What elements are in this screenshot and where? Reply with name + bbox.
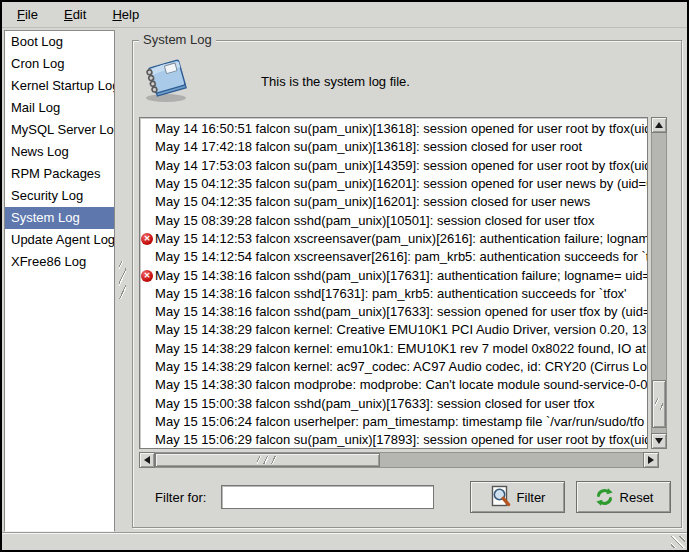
scroll-down-button[interactable] [651,433,667,449]
vertical-scrollbar-track[interactable] [651,133,667,433]
scroll-right-button[interactable] [643,452,659,468]
reset-button-label: Reset [620,490,654,505]
thumb-grip-icon [257,456,277,464]
log-row-text: May 15 14:12:54 falcon xscreensaver[2616… [155,248,647,266]
notebook-icon [141,57,191,105]
log-row[interactable]: May 15 14:38:30 falcon modprobe: modprob… [140,376,647,394]
sidebar-item[interactable]: System Log [5,207,114,229]
log-row[interactable]: May 15 15:06:29 falcon su(pam_unix)[1789… [140,431,647,449]
status-bar [2,532,687,550]
menu-item[interactable]: Help [103,4,148,25]
window-body: Boot LogCron LogKernel Startup LogMail L… [2,28,687,532]
main-panel: System Log [130,28,687,532]
arrow-right-icon [648,456,654,464]
menu-item[interactable]: File [8,4,47,25]
log-row-text: May 14 17:42:18 falcon su(pam_unix)[1361… [155,138,582,156]
horizontal-scrollbar-track[interactable] [155,452,643,468]
reset-icon [594,487,615,507]
log-row-text: May 15 14:38:16 falcon sshd[17631]: pam_… [155,285,627,303]
log-row-text: May 15 14:12:53 falcon xscreensaver(pam_… [155,230,647,248]
horizontal-scrollbar-thumb[interactable] [155,453,379,467]
filter-row: Filter for: Filter [155,481,671,513]
scroll-up-button[interactable] [651,117,667,133]
vertical-scrollbar[interactable] [651,117,667,449]
sidebar-item[interactable]: Boot Log [5,31,114,53]
log-row[interactable]: May 15 14:38:29 falcon kernel: Creative … [140,321,647,339]
log-row[interactable]: May 15 14:38:16 falcon sshd(pam_unix)[17… [140,303,647,321]
log-row[interactable]: May 14 17:53:03 falcon su(pam_unix)[1435… [140,157,647,175]
log-row-text: May 15 14:38:30 falcon modprobe: modprob… [155,376,647,394]
log-row-text: May 15 14:38:29 falcon kernel: emu10k1: … [155,340,646,358]
log-row[interactable]: May 15 14:38:16 falcon sshd[17631]: pam_… [140,285,647,303]
system-log-frame: System Log [132,40,682,528]
log-row[interactable]: May 15 08:39:28 falcon sshd(pam_unix)[10… [140,211,647,229]
log-row-text: May 15 14:38:29 falcon kernel: ac97_code… [155,358,647,376]
log-row[interactable]: May 15 14:12:53 falcon xscreensaver(pam_… [140,230,647,248]
splitter-grip-icon [119,261,126,299]
log-description: This is the system log file. [261,74,410,89]
log-row-text: May 14 17:53:03 falcon su(pam_unix)[1435… [155,157,647,175]
log-row-text: May 15 15:06:24 falcon userhelper: pam_t… [155,413,644,431]
resize-grip-icon[interactable] [671,536,685,548]
log-row[interactable]: May 15 14:38:16 falcon sshd(pam_unix)[17… [140,266,647,284]
log-row-text: May 15 04:12:35 falcon su(pam_unix)[1620… [155,175,647,193]
log-type-list: Boot LogCron LogKernel Startup LogMail L… [4,30,115,532]
pane-splitter[interactable] [115,28,131,532]
log-row[interactable]: May 15 04:12:35 falcon su(pam_unix)[1620… [140,193,647,211]
error-icon [141,270,153,282]
menu-bar: File Edit Help [2,2,687,28]
log-row-text: May 15 14:38:29 falcon kernel: Creative … [155,321,647,339]
log-row-text: May 15 15:06:29 falcon su(pam_unix)[1789… [155,431,647,449]
log-list-area: May 14 16:50:51 falcon su(pam_unix)[1361… [139,117,667,449]
arrow-up-icon [655,122,663,128]
log-row[interactable]: May 15 15:06:24 falcon userhelper: pam_t… [140,413,647,431]
log-row-text: May 14 16:50:51 falcon su(pam_unix)[1361… [155,120,647,138]
search-icon [490,485,512,509]
log-row[interactable]: May 15 04:12:35 falcon su(pam_unix)[1620… [140,175,647,193]
log-row[interactable]: May 14 17:42:18 falcon su(pam_unix)[1361… [140,138,647,156]
scroll-left-button[interactable] [139,452,155,468]
arrow-down-icon [655,438,663,444]
sidebar-item[interactable]: RPM Packages [5,163,114,185]
sidebar-item[interactable]: XFree86 Log [5,251,114,273]
reset-button[interactable]: Reset [576,481,671,513]
log-row[interactable]: May 15 15:00:38 falcon sshd(pam_unix)[17… [140,394,647,412]
log-row[interactable]: May 15 14:38:29 falcon kernel: emu10k1: … [140,340,647,358]
sidebar-item[interactable]: Mail Log [5,97,114,119]
log-row-text: May 15 14:38:16 falcon sshd(pam_unix)[17… [155,303,647,321]
sidebar-item[interactable]: Security Log [5,185,114,207]
thumb-grip-icon [655,398,663,410]
arrow-left-icon [144,456,150,464]
sidebar-item[interactable]: News Log [5,141,114,163]
log-entries-list[interactable]: May 14 16:50:51 falcon su(pam_unix)[1361… [139,117,648,449]
sidebar-item[interactable]: Kernel Startup Log [5,75,114,97]
log-viewer-window: File Edit Help Boot LogCron LogKernel St… [0,0,689,552]
log-row[interactable]: May 14 16:50:51 falcon su(pam_unix)[1361… [140,120,647,138]
sidebar-item[interactable]: MySQL Server Log [5,119,114,141]
log-row-text: May 15 14:38:16 falcon sshd(pam_unix)[17… [155,267,647,285]
log-row[interactable]: May 15 14:12:54 falcon xscreensaver[2616… [140,248,647,266]
error-icon [141,233,153,245]
log-row[interactable]: May 15 14:38:29 falcon kernel: ac97_code… [140,358,647,376]
log-row-text: May 15 15:00:38 falcon sshd(pam_unix)[17… [155,395,594,413]
filter-label: Filter for: [155,490,206,505]
vertical-scrollbar-thumb[interactable] [652,380,666,428]
frame-title: System Log [139,32,216,47]
log-row-text: May 15 08:39:28 falcon sshd(pam_unix)[10… [155,212,594,230]
sidebar-item[interactable]: Cron Log [5,53,114,75]
filter-button-label: Filter [517,490,546,505]
sidebar-item[interactable]: Update Agent Log [5,229,114,251]
log-header: This is the system log file. [141,55,681,107]
filter-button[interactable]: Filter [470,481,565,513]
filter-input[interactable] [221,485,434,509]
log-row-text: May 15 04:12:35 falcon su(pam_unix)[1620… [155,193,590,211]
menu-item[interactable]: Edit [55,4,95,25]
horizontal-scrollbar[interactable] [139,452,659,468]
